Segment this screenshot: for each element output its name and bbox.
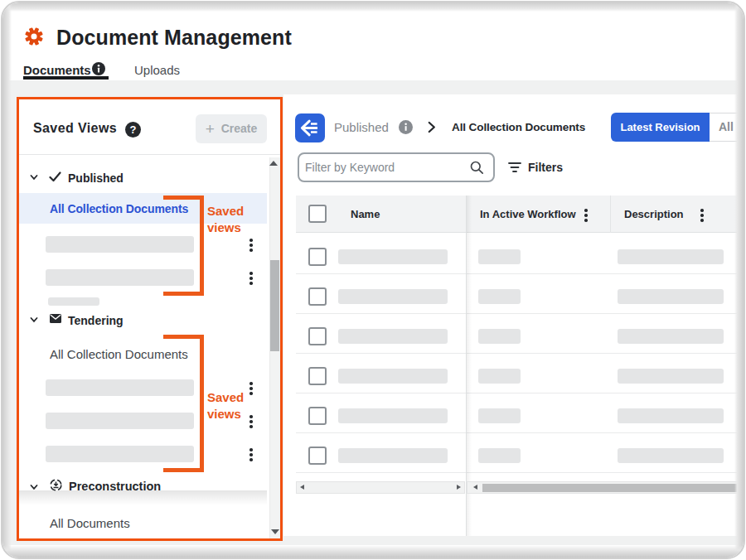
- svg-text:?: ?: [130, 123, 137, 136]
